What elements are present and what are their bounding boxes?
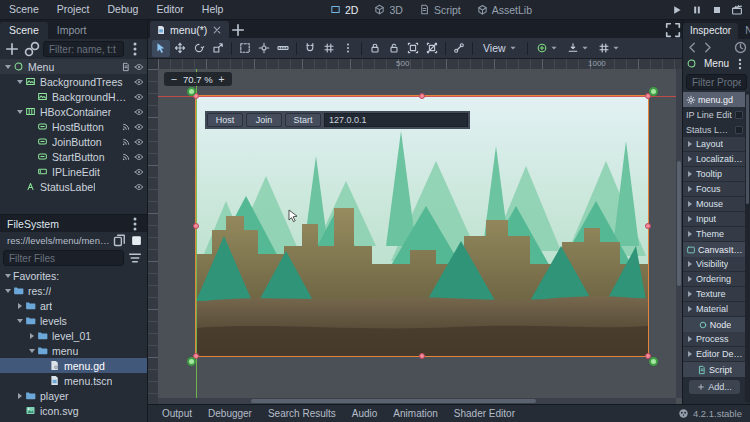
file-item-menu-tscn[interactable]: menu.tscn — [0, 373, 147, 388]
scene-tree-item-menu[interactable]: Menu — [0, 59, 147, 74]
expand-viewport-button[interactable] — [664, 22, 682, 38]
menu-project[interactable]: Project — [48, 0, 99, 19]
file-filter-input[interactable] — [3, 250, 124, 266]
eye-icon[interactable] — [134, 62, 144, 72]
smart-snap-toggle[interactable] — [301, 40, 319, 57]
signal-icon[interactable] — [121, 152, 131, 162]
property-status-label[interactable]: Status Label — [683, 122, 746, 137]
workspace-2d[interactable]: 2D — [322, 0, 366, 19]
host-button[interactable]: Host — [207, 113, 243, 127]
start-button[interactable]: Start — [285, 113, 321, 127]
toggle-split-mode-button[interactable] — [129, 233, 144, 247]
selection-handle[interactable] — [193, 223, 199, 229]
stop-button[interactable] — [708, 2, 726, 18]
scene-tree-options-button[interactable] — [126, 41, 144, 57]
list-select-tool[interactable] — [236, 40, 254, 57]
file-item-icon-svg[interactable]: icon.svg — [0, 403, 147, 418]
scene-filter-input[interactable] — [43, 41, 124, 57]
instantiate-scene-button[interactable] — [23, 41, 41, 57]
assign-box[interactable] — [735, 111, 743, 119]
inspector-scrollbar[interactable] — [745, 92, 750, 402]
grid-snap-toggle[interactable] — [320, 40, 338, 57]
scene-tree-item-hboxcontainer[interactable]: HBoxContainer — [0, 104, 147, 119]
eye-icon[interactable] — [134, 182, 144, 192]
eye-icon[interactable] — [134, 107, 144, 117]
skeleton-options-menu[interactable] — [450, 40, 468, 57]
file-item-menu[interactable]: menu — [0, 343, 147, 358]
ruler-tool[interactable] — [274, 40, 292, 57]
inspector-section-process[interactable]: Process — [683, 332, 746, 347]
bottom-tab-search-results[interactable]: Search Results — [260, 405, 344, 422]
scene-tree-item-startbutton[interactable]: StartButton — [0, 149, 147, 164]
scene-tree-item-iplineedit[interactable]: IPLineEdit — [0, 164, 147, 179]
inspector-section-theme[interactable]: Theme — [683, 227, 746, 242]
bottom-tab-shader-editor[interactable]: Shader Editor — [446, 405, 523, 422]
tab-import[interactable]: Import — [48, 22, 96, 39]
add-node-button[interactable] — [3, 41, 21, 57]
prev-object-button[interactable] — [685, 40, 700, 54]
inspector-section-material[interactable]: Material — [683, 302, 746, 317]
file-item-res[interactable]: res:// — [0, 283, 147, 298]
bottom-tab-output[interactable]: Output — [154, 405, 200, 422]
anchor-handle[interactable] — [649, 357, 658, 366]
inspector-section-input[interactable]: Input — [683, 212, 746, 227]
menu-scene[interactable]: Scene — [0, 0, 48, 19]
scene-tree-item-statuslabel[interactable]: StatusLabel — [0, 179, 147, 194]
group-node-button[interactable] — [404, 40, 422, 57]
unlock-node-button[interactable] — [385, 40, 403, 57]
edit-pivot-tool[interactable] — [255, 40, 273, 57]
bottom-tab-audio[interactable]: Audio — [344, 405, 386, 422]
movie-maker-button[interactable] — [728, 2, 746, 18]
eye-icon[interactable] — [134, 167, 144, 177]
object-history-button[interactable] — [733, 40, 748, 54]
menu-help[interactable]: Help — [193, 0, 233, 19]
inspector-tab-node[interactable]: Node — [738, 23, 750, 39]
menu-debug[interactable]: Debug — [98, 0, 147, 19]
signal-icon[interactable] — [121, 137, 131, 147]
eye-icon[interactable] — [134, 137, 144, 147]
signal-icon[interactable] — [121, 122, 131, 132]
2d-viewport[interactable]: HostJoinStart − 70.7 % + 5001000 — [148, 59, 682, 404]
pause-button[interactable] — [688, 2, 706, 18]
property-ip-line-edit[interactable]: IP Line Edit — [683, 107, 746, 122]
script-badge-icon[interactable] — [121, 62, 131, 72]
file-item-player[interactable]: player — [0, 388, 147, 403]
inspector-section-texture[interactable]: Texture — [683, 287, 746, 302]
inspector-tab-inspector[interactable]: Inspector — [683, 23, 738, 39]
join-button[interactable]: Join — [246, 113, 282, 127]
selection-handle[interactable] — [419, 93, 425, 99]
workspace-script[interactable]: Script — [411, 0, 469, 19]
anchor-handle[interactable] — [187, 87, 196, 96]
filesystem-options-button[interactable] — [126, 216, 144, 232]
eye-icon[interactable] — [134, 122, 144, 132]
viewport-vertical-scrollbar[interactable] — [676, 69, 682, 398]
scene-tree-item-hostbutton[interactable]: HostButton — [0, 119, 147, 134]
select-tool[interactable] — [152, 40, 170, 57]
new-scene-tab-button[interactable] — [229, 22, 247, 38]
add-metadata-button[interactable]: Add... — [689, 380, 740, 394]
file-item-favorites[interactable]: Favorites: — [0, 268, 147, 283]
inspector-section-tooltip[interactable]: Tooltip — [683, 167, 746, 182]
file-item-art[interactable]: art — [0, 298, 147, 313]
workspace-3d[interactable]: 3D — [366, 0, 410, 19]
scene-tab-menu[interactable]: menu(*) — [150, 21, 229, 38]
inspector-section-localization[interactable]: Localization — [683, 152, 746, 167]
scene-tree-item-backgroundhouses[interactable]: BackgroundHouses — [0, 89, 147, 104]
inspector-section-visibility[interactable]: Visibility — [683, 257, 746, 272]
file-sort-button[interactable] — [126, 250, 144, 266]
zoom-in-button[interactable]: + — [218, 73, 226, 85]
zoom-level[interactable]: 70.7 % — [183, 74, 213, 85]
inspector-section-focus[interactable]: Focus — [683, 182, 746, 197]
selection-handle[interactable] — [419, 353, 425, 359]
copy-path-button[interactable] — [112, 233, 127, 247]
snap-options-menu[interactable] — [339, 40, 357, 57]
ip-line-edit-preview[interactable] — [324, 113, 468, 127]
move-tool[interactable] — [171, 40, 189, 57]
script-class-header[interactable]: menu.gd — [683, 92, 746, 107]
inspector-section-editor-description[interactable]: Editor Description — [683, 347, 746, 362]
ungroup-node-button[interactable] — [423, 40, 441, 57]
insert-key-options-menu[interactable] — [563, 40, 593, 57]
menu-editor[interactable]: Editor — [147, 0, 192, 19]
bottom-tab-animation[interactable]: Animation — [385, 405, 445, 422]
close-tab-button[interactable] — [211, 24, 223, 36]
